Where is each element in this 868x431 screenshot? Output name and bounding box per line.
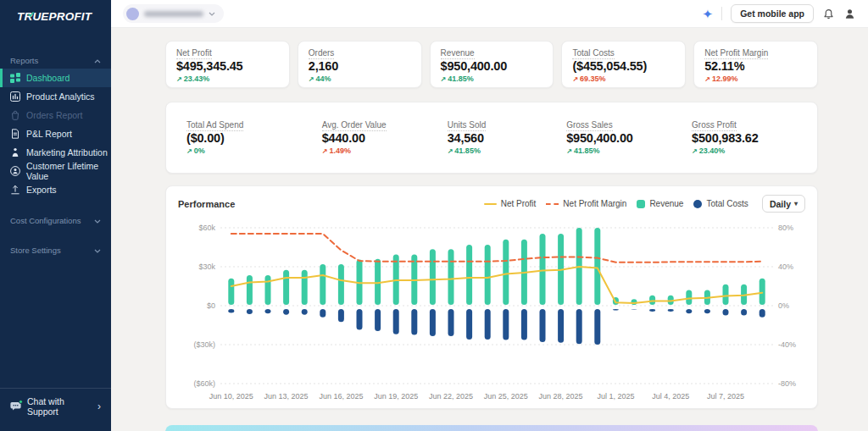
kpi-label: Total Costs <box>572 48 614 59</box>
square-swatch-icon <box>637 200 645 208</box>
section-label: Cost Configurations <box>10 216 81 225</box>
kpi-change: ↗41.85% <box>441 75 543 83</box>
kpi-label: Gross Sales <box>566 120 612 131</box>
kpi-change: ↗41.85% <box>448 146 557 155</box>
chart-title: Performance <box>178 199 235 209</box>
svg-text:Jun 10, 2025: Jun 10, 2025 <box>209 392 253 401</box>
svg-text:Jul 7, 2025: Jul 7, 2025 <box>707 392 744 401</box>
chart-body: $60k80%$30k40%$00%($30k)-40%($60k)-80%Ju… <box>178 216 805 407</box>
svg-text:Jul 4, 2025: Jul 4, 2025 <box>652 392 689 401</box>
trend-up-icon: ↗ <box>572 75 578 83</box>
chart-header: Performance Net Profit Net Profit Margin… <box>178 195 805 213</box>
sidebar-item-marketing-attribution[interactable]: Marketing Attribution <box>0 143 111 162</box>
line-swatch-icon <box>484 203 497 205</box>
ai-sparkle-icon[interactable]: ✦ <box>703 8 714 20</box>
performance-chart-svg: $60k80%$30k40%$00%($30k)-40%($60k)-80%Ju… <box>178 216 807 404</box>
kpi-change: ↗12.99% <box>704 75 807 83</box>
caret-down-icon: ▾ <box>794 200 798 207</box>
dashboard-icon <box>10 73 20 83</box>
trend-up-icon: ↗ <box>176 75 182 83</box>
bottom-banner <box>165 425 818 431</box>
legend-revenue[interactable]: Revenue <box>637 199 683 208</box>
kpi-change: ↗0% <box>186 146 312 155</box>
trend-up-icon: ↗ <box>704 75 710 83</box>
store-selector[interactable] <box>123 4 224 23</box>
sidebar-section-cost-configurations[interactable]: Cost Configurations <box>0 213 111 229</box>
svg-text:80%: 80% <box>778 224 793 232</box>
kpi-label: Gross Profit <box>692 120 737 131</box>
sidebar-item-pl-report[interactable]: P&L Report <box>0 124 111 143</box>
kpi-label: Orders <box>309 48 335 59</box>
sidebar: TRUEPROFIT Reports Dashboard Product Ana… <box>0 0 111 431</box>
kpi-cell-gross-sales: Gross Sales $950,400.00 ↗41.85% <box>556 120 682 155</box>
dashboard-content: Net Profit $495,345.45 ↗23.43% Orders 2,… <box>111 28 868 431</box>
person-icon <box>10 147 20 157</box>
chevron-right-icon: › <box>97 401 101 412</box>
sidebar-item-label: Dashboard <box>26 73 70 83</box>
kpi-label: Units Sold <box>448 120 487 131</box>
sidebar-item-exports[interactable]: Exports <box>0 180 111 199</box>
kpi-change: ↗23.43% <box>176 75 279 83</box>
performance-card: Performance Net Profit Net Profit Margin… <box>165 185 818 409</box>
topbar-actions: ✦ Get mobile app <box>703 4 856 23</box>
trend-up-icon: ↗ <box>309 75 314 83</box>
chart-legend: Net Profit Net Profit Margin Revenue Tot… <box>484 195 805 213</box>
chevron-down-icon <box>94 216 101 225</box>
svg-text:Jun 25, 2025: Jun 25, 2025 <box>484 392 528 401</box>
notifications-bell-icon[interactable] <box>822 8 835 20</box>
kpi-card-net-profit-margin: Net Profit Margin 52.11% ↗12.99% <box>693 41 818 88</box>
online-status-dot <box>19 400 23 404</box>
kpi-label: Avg. Order Value <box>322 120 387 131</box>
sidebar-item-label: P&L Report <box>26 129 72 139</box>
kpi-value: $950,400.00 <box>566 131 682 145</box>
section-label: Reports <box>10 56 38 65</box>
sidebar-item-label: Product Analytics <box>26 91 95 102</box>
kpi-value: 34,560 <box>448 131 557 145</box>
kpi-cell-avg-order-value: Avg. Order Value $440.00 ↗1.49% <box>312 120 437 155</box>
sidebar-item-product-analytics[interactable]: Product Analytics <box>0 87 111 106</box>
chat-with-support[interactable]: Chat with Support › <box>0 388 111 424</box>
person-circle-icon <box>10 166 20 176</box>
kpi-value: ($0.00) <box>186 131 312 145</box>
legend-net-profit[interactable]: Net Profit <box>484 199 537 208</box>
trend-up-icon: ↗ <box>441 75 447 83</box>
topbar: ✦ Get mobile app <box>111 0 868 28</box>
main-area: ✦ Get mobile app Net Profit $495,345.45 … <box>111 0 868 431</box>
kpi-row-2: Total Ad Spend ($0.00) ↗0% Avg. Order Va… <box>165 102 818 174</box>
sidebar-item-customer-lifetime-value[interactable]: Customer Lifetime Value <box>0 162 111 180</box>
svg-text:40%: 40% <box>778 262 793 271</box>
export-upload-icon <box>10 185 20 195</box>
kpi-change: ↗69.35% <box>572 75 675 83</box>
kpi-change: ↗44% <box>309 75 411 83</box>
legend-net-profit-margin[interactable]: Net Profit Margin <box>546 199 626 208</box>
kpi-card-net-profit: Net Profit $495,345.45 ↗23.43% <box>165 41 290 88</box>
sidebar-section-reports[interactable]: Reports <box>0 52 111 69</box>
get-mobile-app-button[interactable]: Get mobile app <box>731 4 814 23</box>
kpi-change: ↗41.85% <box>566 146 682 155</box>
app-root: TRUEPROFIT Reports Dashboard Product Ana… <box>0 0 868 431</box>
document-icon <box>10 129 20 139</box>
sidebar-nav: Reports Dashboard Product Analytics <box>0 52 111 258</box>
kpi-cell-gross-profit: Gross Profit $500,983.62 ↗23.40% <box>682 120 807 155</box>
kpi-card-orders: Orders 2,160 ↗44% <box>298 41 422 88</box>
logo[interactable]: TRUEPROFIT <box>0 0 111 24</box>
kpi-cell-units-sold: Units Sold 34,560 ↗41.85% <box>437 120 557 155</box>
sidebar-item-dashboard[interactable]: Dashboard <box>0 69 111 87</box>
svg-text:($60k): ($60k) <box>193 379 215 388</box>
svg-text:Jun 22, 2025: Jun 22, 2025 <box>429 392 473 401</box>
svg-text:$30k: $30k <box>198 262 215 271</box>
kpi-value: $440.00 <box>322 131 437 145</box>
kpi-value: $500,983.62 <box>692 131 807 145</box>
kpi-value: $495,345.45 <box>176 59 279 73</box>
trend-up-icon: ↗ <box>692 147 698 155</box>
trend-up-icon: ↗ <box>322 147 328 155</box>
section-label: Store Settings <box>10 246 61 255</box>
user-account-icon[interactable] <box>843 8 856 20</box>
sidebar-item-label: Orders Report <box>26 110 83 120</box>
kpi-label: Net Profit <box>176 48 212 59</box>
sidebar-section-store-settings[interactable]: Store Settings <box>0 242 111 258</box>
interval-select[interactable]: Daily▾ <box>762 195 805 213</box>
svg-text:($30k): ($30k) <box>193 340 215 349</box>
sidebar-item-orders-report[interactable]: Orders Report <box>0 106 111 124</box>
legend-total-costs[interactable]: Total Costs <box>693 199 748 208</box>
